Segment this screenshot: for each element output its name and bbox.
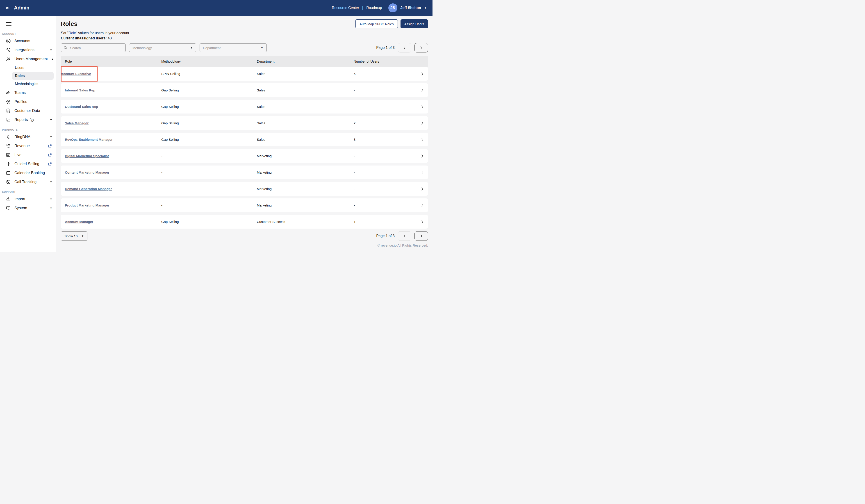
department-cell: Sales [257,88,354,92]
nav-separator: | [362,6,363,10]
sidebar-item-users[interactable]: Users [12,64,54,72]
role-link[interactable]: Inbound Sales Rep [65,88,95,92]
sidebar-item-integrations[interactable]: Integrations ▼ [0,46,56,55]
role-link[interactable]: Product Marketing Manager [65,203,109,207]
caret-down-icon: ▼ [261,46,263,49]
sidebar-item-ringdna[interactable]: RingDNA ▼ [0,132,56,141]
sidebar-item-methodologies[interactable]: Methodologies [12,80,54,88]
role-link[interactable]: Outbound Sales Rep [65,105,98,108]
role-link[interactable]: Content Marketing Manager [65,171,109,174]
sidebar-item-users-management[interactable]: Users Management ▲ [0,55,56,63]
department-cell: Marketing [257,171,354,174]
next-page-button[interactable] [415,43,428,52]
department-cell: Sales [257,105,354,108]
revenue-logo-icon [5,143,11,149]
role-link[interactable]: RevOps Enablement Manager [65,138,113,141]
role-link[interactable]: Account Executive [61,72,91,76]
row-chevron-right-icon[interactable] [420,137,428,142]
sidebar-item-label: System [14,206,27,210]
auto-map-sfdc-roles-button[interactable]: Auto Map SFDC Roles [356,19,398,28]
row-chevron-right-icon[interactable] [420,121,428,126]
hamburger-menu-icon[interactable] [5,21,11,27]
profiles-hub-icon [5,99,11,105]
chevron-down-icon: ▼ [50,181,52,183]
sidebar: ACCOUNT Accounts Integrations ▼ Users Ma… [0,16,56,252]
column-header-number-of-users: Number of Users [354,59,421,63]
table-header: Role Methodology Department Number of Us… [61,56,428,67]
sidebar-item-label: Accounts [14,39,30,43]
unassigned-users-line: Current unassigned users: 43 [61,36,428,40]
sidebar-item-label: Teams [14,91,26,95]
role-link[interactable]: Digital Marketing Specialist [65,154,109,158]
search-box [61,44,126,52]
department-cell: Sales [257,72,354,76]
sidebar-item-live[interactable]: Live [0,150,56,160]
sidebar-section-account: ACCOUNT [2,33,54,35]
sidebar-item-label: Import [14,197,25,201]
previous-page-button[interactable] [398,43,411,52]
role-link[interactable]: Account Manager [65,220,93,224]
row-chevron-right-icon[interactable] [420,88,428,93]
department-select-value: Department [203,46,220,50]
sidebar-item-calendar-booking[interactable]: Calendar Booking [0,168,56,177]
caret-down-icon: ▼ [190,46,193,49]
sidebar-item-accounts[interactable]: Accounts [0,36,56,46]
role-link[interactable]: Demand Generation Manager [65,187,112,191]
import-icon [5,196,11,202]
user-name[interactable]: Jeff Shelton [401,6,421,10]
table-row: Outbound Sales Rep Gap Selling Sales - [61,100,428,114]
row-chevron-right-icon[interactable] [420,219,428,224]
sidebar-item-system[interactable]: System ▼ [0,203,56,213]
help-icon[interactable]: ? [30,118,34,122]
sidebar-item-profiles[interactable]: Profiles [0,97,56,106]
call-tracking-icon [5,179,11,185]
role-help-link[interactable]: Role [69,31,76,35]
page-indicator: Page 1 of 3 [376,234,395,238]
sidebar-item-revenue[interactable]: Revenue [0,141,56,150]
methodology-cell: Gap Selling [161,88,257,92]
row-chevron-right-icon[interactable] [420,104,428,109]
sidebar-item-label: Users Management [14,57,48,61]
user-menu-caret-icon[interactable]: ▼ [424,7,427,9]
table-row: Product Marketing Manager - Marketing - [61,198,428,212]
roadmap-link[interactable]: Roadmap [366,6,382,10]
previous-page-button[interactable] [398,231,411,241]
sidebar-item-label: Guided Selling [14,162,39,166]
role-link[interactable]: Sales Manager [65,121,89,125]
search-input[interactable] [70,46,123,50]
chevron-down-icon: ▼ [50,136,52,138]
sidebar-item-label: Revenue [14,144,30,148]
main-content: Roles Auto Map SFDC Roles Assign Users S… [56,16,432,252]
sidebar-item-call-tracking[interactable]: Call Tracking ▼ [0,177,56,186]
avatar[interactable]: JS [388,3,397,12]
users-cell: - [354,171,421,174]
sidebar-item-guided-selling[interactable]: Guided Selling [0,160,56,168]
table-row: Demand Generation Manager - Marketing - [61,182,428,196]
external-link-icon [48,153,52,157]
next-page-button[interactable] [415,231,428,241]
row-chevron-right-icon[interactable] [420,154,428,159]
methodology-cell: - [161,203,257,207]
sidebar-item-reports[interactable]: Reports ? ▼ [0,115,56,124]
row-chevron-right-icon[interactable] [420,71,428,77]
assign-users-button[interactable]: Assign Users [401,19,428,28]
methodology-cell: - [161,171,257,174]
row-chevron-right-icon[interactable] [420,203,428,208]
row-chevron-right-icon[interactable] [420,170,428,175]
row-chevron-right-icon[interactable] [420,186,428,191]
sidebar-item-roles[interactable]: Roles [12,72,54,80]
show-per-page-button[interactable]: Show 10 ▼ [61,231,88,241]
sidebar-item-import[interactable]: Import ▼ [0,195,56,203]
methodology-cell: Gap Selling [161,220,257,224]
chevron-down-icon: ▼ [50,119,52,121]
sidebar-item-teams[interactable]: Teams [0,88,56,97]
integrations-icon [5,47,11,53]
sidebar-item-customer-data[interactable]: Customer Data [0,106,56,115]
methodology-select[interactable]: Methodology ▼ [129,44,196,52]
department-select[interactable]: Department ▼ [199,44,267,52]
section-label: SUPPORT [2,190,16,193]
resource-center-link[interactable]: Resource Center [332,6,359,10]
department-cell: Sales [257,121,354,125]
system-monitor-icon [5,206,11,211]
table-row: Sales Manager Gap Selling Sales 2 [61,116,428,130]
